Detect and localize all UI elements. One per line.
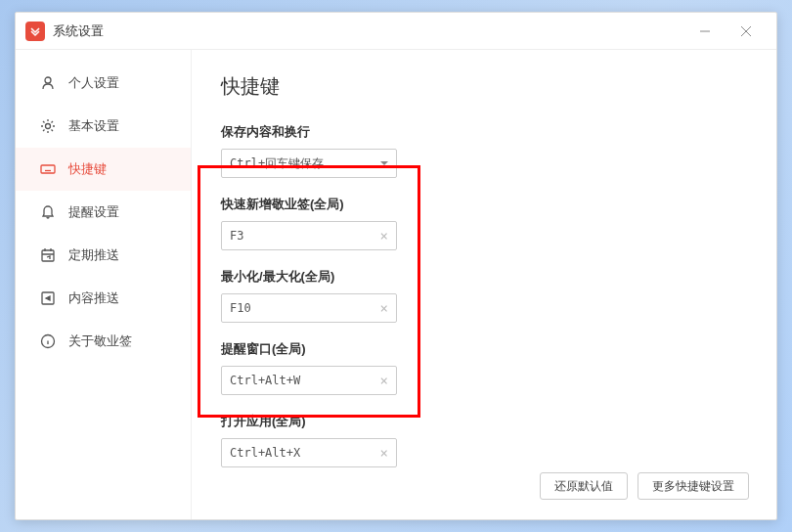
shortcut-value: F3 bbox=[230, 229, 243, 243]
svg-rect-10 bbox=[42, 250, 54, 261]
shortcut-value: Ctrl+Alt+X bbox=[230, 446, 300, 460]
save-content-group: 保存内容和换行 Ctrl+回车键保存 bbox=[221, 123, 747, 178]
shortcut-input-open-app[interactable]: Ctrl+Alt+X × bbox=[221, 438, 397, 467]
svg-rect-5 bbox=[41, 165, 55, 173]
main-panel: 快捷键 保存内容和换行 Ctrl+回车键保存 快速新增敬业签(全局) F3 × … bbox=[192, 50, 776, 519]
svg-point-4 bbox=[46, 124, 51, 129]
clear-icon[interactable]: × bbox=[380, 445, 388, 461]
save-content-select[interactable]: Ctrl+回车键保存 bbox=[221, 149, 397, 178]
sidebar-item-label: 内容推送 bbox=[68, 289, 119, 307]
clear-icon[interactable]: × bbox=[380, 300, 388, 316]
clear-icon[interactable]: × bbox=[380, 373, 388, 388]
titlebar: 系统设置 bbox=[16, 13, 776, 50]
sidebar-item-label: 快捷键 bbox=[68, 160, 107, 178]
shortcut-label: 打开应用(全局) bbox=[221, 413, 747, 430]
shortcut-label: 快速新增敬业签(全局) bbox=[221, 196, 747, 213]
window-controls bbox=[684, 16, 767, 47]
restore-defaults-button[interactable]: 还原默认值 bbox=[540, 472, 628, 500]
sidebar-item-label: 关于敬业签 bbox=[68, 332, 132, 350]
sidebar-item-about[interactable]: 关于敬业签 bbox=[16, 320, 191, 363]
shortcut-value: F10 bbox=[230, 301, 251, 315]
more-shortcuts-button[interactable]: 更多快捷键设置 bbox=[638, 472, 749, 500]
sidebar-item-shortcuts[interactable]: 快捷键 bbox=[16, 148, 191, 191]
gear-icon bbox=[39, 117, 57, 135]
footer-buttons: 还原默认值 更多快捷键设置 bbox=[540, 472, 749, 500]
app-icon bbox=[25, 22, 45, 41]
sidebar-item-basic[interactable]: 基本设置 bbox=[16, 105, 191, 148]
shortcut-label: 最小化/最大化(全局) bbox=[221, 268, 747, 286]
shortcut-group-new-note: 快速新增敬业签(全局) F3 × bbox=[221, 196, 747, 250]
shortcut-group-reminder-window: 提醒窗口(全局) Ctrl+Alt+W × bbox=[221, 340, 747, 395]
shortcut-input-reminder-window[interactable]: Ctrl+Alt+W × bbox=[221, 366, 397, 395]
shortcut-value: Ctrl+Alt+W bbox=[230, 374, 300, 387]
clear-icon[interactable]: × bbox=[380, 228, 388, 244]
info-icon bbox=[39, 332, 57, 350]
sidebar-item-label: 基本设置 bbox=[68, 117, 119, 135]
keyboard-icon bbox=[39, 160, 57, 178]
sidebar-item-label: 个人设置 bbox=[68, 74, 119, 92]
shortcut-group-open-app: 打开应用(全局) Ctrl+Alt+X × bbox=[221, 413, 747, 467]
content: 个人设置 基本设置 快捷键 提醒设置 bbox=[16, 50, 776, 519]
sidebar-item-label: 提醒设置 bbox=[68, 203, 119, 221]
sidebar-item-content-push[interactable]: 内容推送 bbox=[16, 277, 191, 320]
shortcut-label: 提醒窗口(全局) bbox=[221, 340, 747, 358]
page-title: 快捷键 bbox=[221, 73, 747, 100]
window-title: 系统设置 bbox=[53, 22, 684, 40]
save-content-value: Ctrl+回车键保存 bbox=[230, 155, 324, 172]
svg-point-3 bbox=[45, 77, 51, 83]
save-content-label: 保存内容和换行 bbox=[221, 123, 747, 141]
user-icon bbox=[39, 74, 57, 92]
shortcut-group-minmax: 最小化/最大化(全局) F10 × bbox=[221, 268, 747, 323]
sidebar-item-reminder[interactable]: 提醒设置 bbox=[16, 191, 191, 234]
settings-window: 系统设置 个人设置 基本设置 bbox=[15, 12, 777, 520]
minimize-button[interactable] bbox=[684, 16, 726, 47]
schedule-icon bbox=[39, 246, 57, 264]
close-button[interactable] bbox=[726, 16, 767, 47]
sidebar-item-schedule[interactable]: 定期推送 bbox=[16, 234, 191, 277]
push-icon bbox=[39, 289, 57, 307]
shortcut-input-new-note[interactable]: F3 × bbox=[221, 221, 397, 250]
sidebar-item-personal[interactable]: 个人设置 bbox=[16, 62, 191, 105]
bell-icon bbox=[39, 203, 57, 221]
sidebar: 个人设置 基本设置 快捷键 提醒设置 bbox=[16, 50, 192, 519]
sidebar-item-label: 定期推送 bbox=[68, 246, 119, 264]
shortcut-input-minmax[interactable]: F10 × bbox=[221, 293, 397, 323]
